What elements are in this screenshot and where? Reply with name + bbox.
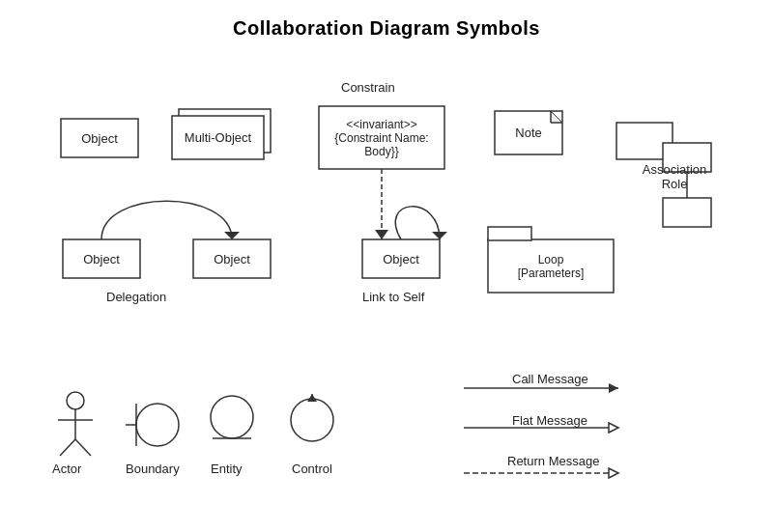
flat-message-label: Flat Message <box>512 413 587 428</box>
svg-marker-38 <box>307 394 317 402</box>
constrain-label: Constrain <box>341 80 395 95</box>
diagram-container: Collaboration Diagram Symbols <box>0 0 773 532</box>
svg-marker-16 <box>375 230 388 239</box>
svg-rect-12 <box>488 227 531 240</box>
association-role-label: AssociationRole <box>636 162 713 191</box>
svg-line-30 <box>60 439 75 456</box>
object-self-label: Object <box>362 239 440 278</box>
link-to-self-label: Link to Self <box>362 290 424 304</box>
call-message-label: Call Message <box>512 372 588 386</box>
object-left-label: Object <box>63 239 140 278</box>
actor-label: Actor <box>52 462 81 476</box>
svg-point-27 <box>67 392 84 409</box>
svg-marker-26 <box>609 468 618 478</box>
return-message-label: Return Message <box>507 454 599 468</box>
svg-line-31 <box>75 439 91 456</box>
svg-marker-13 <box>224 232 240 239</box>
svg-rect-17 <box>616 123 673 159</box>
object1-label: Object <box>61 119 138 157</box>
multi-object-label: Multi-Object <box>172 116 264 159</box>
svg-point-35 <box>211 396 253 438</box>
note-label: Note <box>495 111 562 154</box>
control-label: Control <box>292 462 332 476</box>
svg-marker-14 <box>432 232 447 239</box>
page-title: Collaboration Diagram Symbols <box>0 0 773 40</box>
svg-point-32 <box>136 404 179 446</box>
boundary-label: Boundary <box>126 462 180 476</box>
svg-marker-22 <box>609 383 618 393</box>
entity-label: Entity <box>211 462 243 476</box>
object-right-label: Object <box>193 239 271 278</box>
delegation-label: Delegation <box>106 290 166 304</box>
loop-label: Loop[Parameters] <box>488 239 614 293</box>
svg-rect-19 <box>663 198 711 227</box>
svg-marker-24 <box>609 423 618 433</box>
constraint-label: <<invariant>>{Constraint Name:Body}} <box>319 106 444 169</box>
svg-point-37 <box>291 399 333 441</box>
